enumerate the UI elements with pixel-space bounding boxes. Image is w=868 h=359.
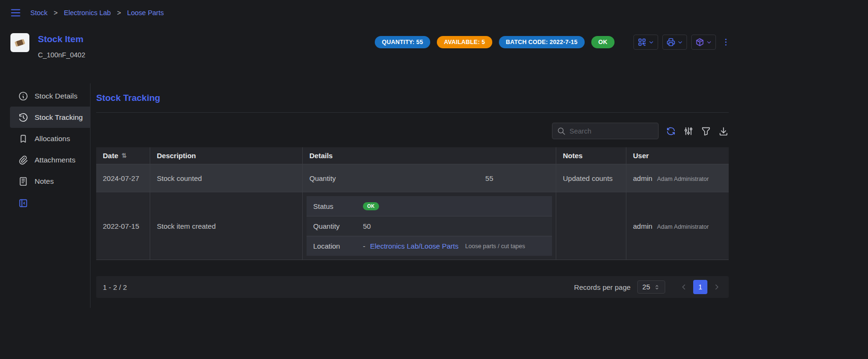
sidebar-item-label: Stock Tracking (35, 113, 83, 122)
records-per-page-value: 25 (642, 283, 650, 291)
location-dash: - (363, 242, 365, 250)
chevron-down-icon (706, 39, 712, 45)
section-heading: Stock Tracking (96, 93, 729, 103)
table-footer: 1 - 2 / 2 Records per page 25 (96, 276, 729, 298)
more-options-button[interactable] (720, 36, 732, 48)
sidebar-item-attachments[interactable]: Attachments (10, 149, 90, 171)
record-range: 1 - 2 / 2 (103, 283, 127, 291)
table-toolbar (96, 123, 729, 139)
description-cell: Stock counted (150, 164, 303, 192)
records-per-page-select[interactable]: 25 (637, 280, 665, 294)
sidebar-collapse-icon (18, 198, 28, 208)
header-actions (633, 35, 732, 50)
date-value: 2022-07-15 (103, 222, 139, 230)
column-header-label: Date (103, 152, 118, 160)
page-header: Stock Item C_100nF_0402 QUANTITY: 55 AVA… (0, 26, 737, 83)
column-header-user[interactable]: User (626, 147, 729, 164)
column-header-date[interactable]: Date ⇅ (96, 147, 150, 164)
breadcrumb: Stock > Electronics Lab > Loose Parts (30, 9, 164, 17)
chevron-down-icon (677, 39, 683, 45)
stock-actions-button[interactable] (691, 35, 716, 50)
content-panel: Stock Tracking (96, 83, 729, 308)
table-row[interactable]: 2022-07-15 Stock item created Status OK … (96, 192, 729, 260)
table-row[interactable]: 2024-07-27 Stock counted Quantity 55 Upd… (96, 164, 729, 192)
selector-icon (654, 284, 660, 290)
chevron-down-icon (648, 39, 654, 45)
menu-icon[interactable] (9, 7, 22, 19)
user-cell: admin Adam Administrator (626, 192, 729, 260)
column-header-notes[interactable]: Notes (556, 147, 626, 164)
breadcrumb-separator: > (54, 9, 57, 17)
date-value: 2024-07-27 (103, 174, 139, 182)
page-subtitle: C_100nF_0402 (38, 51, 85, 59)
column-header-label: Notes (563, 152, 583, 160)
column-header-label: Description (157, 152, 196, 160)
detail-value: 55 (485, 174, 493, 182)
stock-item-thumbnail[interactable] (10, 33, 29, 52)
filter-button[interactable] (701, 126, 711, 136)
column-header-details[interactable]: Details (303, 147, 556, 164)
dots-vertical-icon (721, 37, 731, 47)
sidebar-item-label: Attachments (35, 156, 75, 164)
user-cell: admin Adam Administrator (626, 164, 729, 192)
sidebar: Stock Details Stock Tracking Allocations… (0, 83, 90, 308)
next-page-button[interactable] (712, 282, 722, 292)
notes-value: Updated counts (563, 174, 613, 182)
sidebar-collapse-button[interactable] (18, 198, 28, 208)
detail-value: 50 (363, 222, 371, 230)
pagination: 1 (678, 280, 722, 294)
breadcrumb-link-loose-parts[interactable]: Loose Parts (127, 9, 163, 17)
sidebar-item-stock-tracking[interactable]: Stock Tracking (10, 107, 90, 128)
printer-icon (666, 37, 676, 47)
chevron-left-icon (679, 283, 688, 291)
sidebar-item-stock-details[interactable]: Stock Details (10, 85, 90, 107)
detail-row-status: Status OK (307, 196, 552, 216)
detail-row-quantity: Quantity 50 (307, 216, 552, 236)
user-info: admin Adam Administrator (633, 222, 709, 230)
status-badges: QUANTITY: 55 AVAILABLE: 5 BATCH CODE: 20… (375, 36, 615, 48)
search-box (552, 123, 659, 139)
page-titles: Stock Item C_100nF_0402 (38, 33, 85, 59)
print-actions-button[interactable] (662, 35, 687, 50)
column-header-description[interactable]: Description (150, 147, 303, 164)
filter-funnel-icon (701, 126, 711, 136)
records-per-page-label: Records per page (574, 283, 631, 291)
adjustments-icon (683, 126, 694, 136)
history-icon (18, 112, 28, 123)
section-divider (96, 112, 729, 113)
user-full-name: Adam Administrator (657, 224, 709, 230)
detail-key: Quantity (309, 174, 359, 182)
user-info: admin Adam Administrator (633, 174, 709, 182)
search-input[interactable] (570, 127, 653, 135)
capacitor-image (15, 39, 25, 47)
location-link[interactable]: Electronics Lab/Loose Parts (370, 242, 459, 250)
search-icon (557, 127, 566, 135)
column-header-label: Details (309, 152, 333, 160)
stock-tracking-table: Date ⇅ Description Details Notes User (96, 147, 729, 260)
barcode-actions-button[interactable] (633, 35, 658, 50)
column-settings-button[interactable] (683, 126, 694, 136)
app-container: Stock > Electronics Lab > Loose Parts St… (0, 0, 737, 308)
page-1-button[interactable]: 1 (693, 280, 707, 294)
sidebar-item-label: Allocations (35, 135, 70, 143)
info-circle-icon (18, 91, 28, 101)
download-button[interactable] (718, 126, 729, 136)
detail-key: Location (313, 242, 363, 250)
refresh-button[interactable] (666, 126, 676, 136)
previous-page-button[interactable] (678, 282, 689, 292)
sidebar-item-notes[interactable]: Notes (10, 171, 90, 192)
detail-key: Quantity (313, 222, 363, 230)
date-cell: 2022-07-15 (96, 192, 150, 260)
quantity-badge: QUANTITY: 55 (375, 36, 430, 48)
refresh-icon (666, 126, 676, 136)
notes-cell: Updated counts (556, 164, 626, 192)
username: admin (633, 222, 652, 230)
column-header-label: User (633, 152, 649, 160)
description-value: Stock counted (157, 174, 202, 182)
sidebar-item-allocations[interactable]: Allocations (10, 128, 90, 149)
notes-icon (18, 176, 28, 187)
breadcrumb-link-stock[interactable]: Stock (30, 9, 47, 17)
user-full-name: Adam Administrator (657, 176, 709, 182)
detail-key: Status (313, 202, 363, 210)
breadcrumb-link-electronics-lab[interactable]: Electronics Lab (64, 9, 111, 17)
